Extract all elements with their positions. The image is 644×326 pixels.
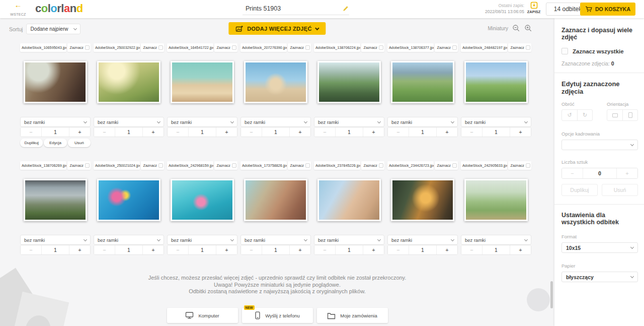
- computer-upload-button[interactable]: Komputer: [167, 308, 238, 323]
- quantity-decrease-button[interactable]: −: [168, 245, 189, 254]
- quantity-increase-button[interactable]: +: [510, 245, 531, 254]
- duplicate-selected-button[interactable]: Duplikuj: [561, 184, 598, 196]
- quantity-increase-button[interactable]: +: [69, 245, 90, 254]
- quantity-decrease-button[interactable]: −: [241, 127, 262, 137]
- photo-thumbnail[interactable]: [244, 61, 307, 103]
- photo-select-toggle[interactable]: Zaznacz: [435, 43, 458, 52]
- select-all-toggle[interactable]: Zaznacz wszystkie: [561, 48, 638, 54]
- back-button[interactable]: ← WSTECZ: [8, 2, 28, 18]
- photo-thumbnail[interactable]: [464, 179, 528, 221]
- photo-thumbnail[interactable]: [464, 61, 528, 103]
- quantity-increase-button[interactable]: +: [289, 245, 310, 254]
- quantity-increase-button[interactable]: +: [436, 245, 457, 254]
- photo-select-checkbox[interactable]: [85, 45, 90, 50]
- my-orders-button[interactable]: Moje zamówienia: [317, 308, 388, 323]
- photo-select-toggle[interactable]: Zaznacz: [361, 43, 384, 52]
- photo-select-checkbox[interactable]: [158, 45, 163, 50]
- photo-select-checkbox[interactable]: [85, 163, 90, 168]
- frame-select[interactable]: bez ramki: [167, 117, 237, 127]
- phone-upload-button[interactable]: NEW Wyślij z telefonu: [242, 308, 313, 323]
- frame-select[interactable]: bez ramki: [314, 235, 384, 245]
- quantity-increase-button[interactable]: +: [142, 245, 164, 254]
- photo-select-checkbox[interactable]: [232, 163, 236, 168]
- quantity-increase-button[interactable]: +: [510, 127, 531, 137]
- photo-thumbnail[interactable]: [24, 179, 87, 221]
- frame-select[interactable]: bez ramki: [314, 117, 384, 127]
- select-all-checkbox[interactable]: [561, 48, 568, 54]
- zoom-in-icon[interactable]: [524, 24, 532, 32]
- duplicate-button[interactable]: Duplikuj: [20, 139, 43, 147]
- frame-select[interactable]: bez ramki: [167, 235, 237, 245]
- edit-pencil-icon[interactable]: [342, 5, 349, 12]
- add-to-cart-button[interactable]: DO KOSZYKA: [580, 3, 635, 16]
- quantity-decrease-button[interactable]: −: [94, 127, 115, 137]
- photo-select-toggle[interactable]: Zaznacz: [67, 43, 91, 52]
- photo-thumbnail[interactable]: [317, 61, 381, 103]
- photo-select-toggle[interactable]: Zaznacz: [288, 161, 311, 170]
- frame-select[interactable]: bez ramki: [20, 235, 91, 245]
- quantity-decrease-button[interactable]: −: [388, 127, 409, 137]
- frame-select[interactable]: bez ramki: [240, 235, 311, 245]
- floating-action-circle[interactable]: [527, 288, 550, 311]
- quantity-increase-button[interactable]: +: [436, 127, 457, 137]
- photo-select-checkbox[interactable]: [305, 45, 310, 50]
- photo-select-checkbox[interactable]: [305, 163, 310, 168]
- photo-thumbnail[interactable]: [97, 61, 160, 103]
- delete-selected-button[interactable]: Usuń: [602, 184, 638, 196]
- photo-thumbnail[interactable]: [171, 179, 234, 221]
- quantity-increase-button[interactable]: +: [216, 127, 237, 137]
- quantity-decrease-button[interactable]: −: [314, 127, 336, 137]
- photo-select-toggle[interactable]: Zaznacz: [435, 161, 458, 170]
- sort-select[interactable]: Dodane najpierw: [26, 24, 80, 34]
- photo-select-toggle[interactable]: Zaznacz: [508, 43, 531, 52]
- quantity-decrease-button[interactable]: −: [562, 168, 583, 178]
- photo-select-toggle[interactable]: Zaznacz: [508, 161, 531, 170]
- quantity-increase-button[interactable]: +: [216, 245, 237, 254]
- quantity-decrease-button[interactable]: −: [168, 127, 189, 137]
- quantity-decrease-button[interactable]: −: [461, 127, 482, 137]
- photo-thumbnail[interactable]: [24, 61, 87, 103]
- quantity-decrease-button[interactable]: −: [241, 245, 262, 254]
- photo-select-toggle[interactable]: Zaznacz: [214, 161, 237, 170]
- frame-select[interactable]: bez ramki: [94, 235, 164, 245]
- photo-select-checkbox[interactable]: [526, 163, 530, 168]
- quantity-increase-button[interactable]: +: [69, 127, 90, 137]
- photo-select-checkbox[interactable]: [379, 163, 383, 168]
- photo-select-toggle[interactable]: Zaznacz: [67, 161, 91, 170]
- photo-select-checkbox[interactable]: [379, 45, 383, 50]
- frame-select[interactable]: bez ramki: [461, 117, 531, 127]
- photo-select-toggle[interactable]: Zaznacz: [141, 43, 164, 52]
- quantity-decrease-button[interactable]: −: [21, 245, 42, 254]
- project-name-field[interactable]: Prints 51903: [243, 2, 349, 15]
- photo-select-toggle[interactable]: Zaznacz: [361, 161, 384, 170]
- photo-thumbnail[interactable]: [317, 179, 381, 221]
- photo-thumbnail[interactable]: [391, 61, 454, 103]
- photo-select-checkbox[interactable]: [232, 45, 236, 50]
- zoom-out-icon[interactable]: [512, 24, 520, 32]
- delete-button[interactable]: Usuń: [68, 139, 91, 147]
- frame-select[interactable]: bez ramki: [387, 235, 458, 245]
- photo-select-toggle[interactable]: Zaznacz: [288, 43, 311, 52]
- edit-button[interactable]: Edycja: [44, 139, 66, 147]
- quantity-increase-button[interactable]: +: [616, 168, 637, 178]
- orientation-portrait-button[interactable]: [622, 110, 637, 120]
- photo-thumbnail[interactable]: [97, 179, 160, 221]
- orientation-landscape-button[interactable]: [607, 110, 622, 120]
- add-more-photos-button[interactable]: DODAJ WIĘCEJ ZDJĘĆ: [228, 22, 326, 35]
- frame-select[interactable]: bez ramki: [461, 235, 531, 245]
- main-scrollbar-thumb[interactable]: [550, 281, 553, 308]
- photo-select-checkbox[interactable]: [452, 45, 457, 50]
- quantity-decrease-button[interactable]: −: [388, 245, 409, 254]
- quantity-increase-button[interactable]: +: [363, 245, 384, 254]
- rotate-cw-button[interactable]: ↻: [577, 110, 592, 120]
- crop-options-select[interactable]: [561, 140, 638, 150]
- rotate-ccw-button[interactable]: ↺: [562, 110, 577, 120]
- quantity-increase-button[interactable]: +: [289, 127, 310, 137]
- frame-select[interactable]: bez ramki: [94, 117, 164, 127]
- quantity-increase-button[interactable]: +: [142, 127, 164, 137]
- photo-thumbnail[interactable]: [391, 179, 454, 221]
- photo-select-toggle[interactable]: Zaznacz: [214, 43, 237, 52]
- quantity-decrease-button[interactable]: −: [314, 245, 336, 254]
- quantity-decrease-button[interactable]: −: [461, 245, 482, 254]
- format-select[interactable]: 10x15: [561, 242, 638, 253]
